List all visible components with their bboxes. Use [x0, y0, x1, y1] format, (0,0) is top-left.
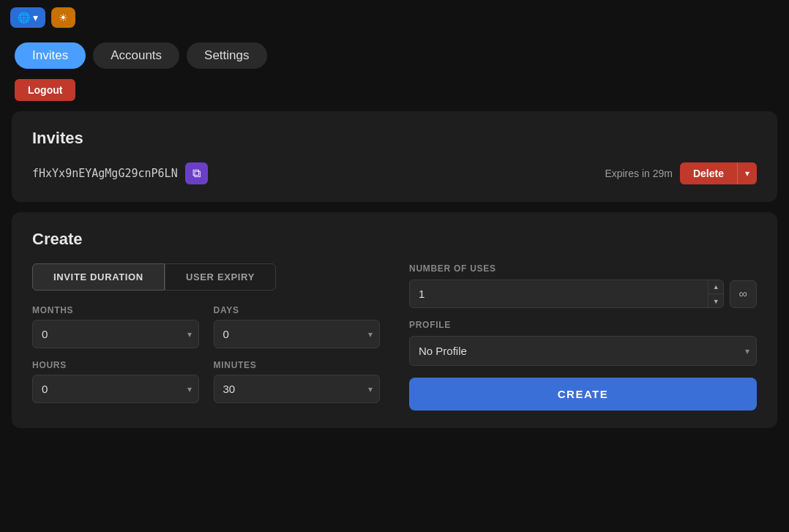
stepper-down-button[interactable]: ▼ — [708, 294, 724, 308]
minutes-select[interactable]: 30 — [214, 375, 381, 403]
delete-chevron-button[interactable]: ▾ — [737, 162, 757, 184]
months-select[interactable]: 0 — [32, 320, 199, 348]
profile-select[interactable]: No Profile — [409, 336, 757, 366]
expires-text: Expires in 29m — [605, 168, 673, 179]
invite-duration-tab[interactable]: INVITE DURATION — [32, 263, 165, 291]
days-label: DAYS — [214, 305, 381, 315]
hours-select-wrapper: 0 ▾ — [32, 375, 199, 403]
stepper-buttons: ▲ ▼ — [708, 280, 724, 308]
profile-select-wrapper: No Profile ▾ — [409, 336, 757, 366]
number-input-wrapper: ▲ ▼ — [409, 280, 724, 308]
main-content: Invites fHxYx9nEYAgMgG29cnP6LN ⧉ Expires… — [0, 111, 789, 428]
profile-section: PROFILE No Profile ▾ — [409, 320, 757, 366]
hours-field: HOURS 0 ▾ — [32, 360, 199, 403]
invite-code: fHxYx9nEYAgMgG29cnP6LN — [32, 167, 178, 180]
down-arrow-icon: ▼ — [713, 298, 719, 305]
months-label: MONTHS — [32, 305, 199, 315]
minutes-label: MINUTES — [214, 360, 381, 370]
delete-group: Delete ▾ — [680, 162, 757, 184]
top-bar: 🌐 ▾ ☀ — [0, 0, 789, 35]
tab-settings[interactable]: Settings — [187, 42, 266, 69]
hours-label: HOURS — [32, 360, 199, 370]
months-field: MONTHS 0 ▾ — [32, 305, 199, 348]
infinity-button[interactable]: ∞ — [730, 280, 757, 308]
user-expiry-tab[interactable]: USER EXPIRY — [165, 263, 276, 291]
chevron-down-icon: ▾ — [745, 168, 749, 179]
create-button[interactable]: CREATE — [409, 378, 757, 411]
number-of-uses-input[interactable] — [409, 280, 724, 308]
profile-label: PROFILE — [409, 320, 757, 330]
copy-icon: ⧉ — [192, 167, 201, 180]
days-select-wrapper: 0 ▾ — [214, 320, 381, 348]
logout-button[interactable]: Logout — [15, 79, 75, 101]
create-right: NUMBER OF USES ▲ ▼ — [409, 263, 757, 411]
number-uses-row: ▲ ▼ ∞ — [409, 280, 757, 308]
globe-icon: 🌐 — [18, 12, 30, 23]
invites-card: Invites fHxYx9nEYAgMgG29cnP6LN ⧉ Expires… — [12, 111, 777, 202]
months-select-wrapper: 0 ▾ — [32, 320, 199, 348]
nav-tabs: Invites Accounts Settings — [0, 35, 789, 73]
duration-tabs: INVITE DURATION USER EXPIRY — [32, 263, 380, 291]
hours-select[interactable]: 0 — [32, 375, 199, 403]
days-field: DAYS 0 ▾ — [214, 305, 381, 348]
globe-language-button[interactable]: 🌐 ▾ — [10, 7, 45, 28]
chevron-down-icon: ▾ — [33, 12, 38, 23]
invite-actions: Expires in 29m Delete ▾ — [605, 162, 757, 184]
delete-button[interactable]: Delete — [680, 162, 737, 184]
create-card: Create INVITE DURATION USER EXPIRY MONTH… — [12, 212, 777, 428]
days-select[interactable]: 0 — [214, 320, 381, 348]
invite-code-area: fHxYx9nEYAgMgG29cnP6LN ⧉ — [32, 162, 208, 184]
number-of-uses-section: NUMBER OF USES ▲ ▼ — [409, 263, 757, 308]
invites-title: Invites — [32, 129, 757, 148]
invite-row: fHxYx9nEYAgMgG29cnP6LN ⧉ Expires in 29m … — [32, 162, 757, 184]
tab-accounts[interactable]: Accounts — [93, 42, 179, 69]
sun-icon: ☀ — [59, 12, 68, 23]
minutes-select-wrapper: 30 ▾ — [214, 375, 381, 403]
copy-invite-button[interactable]: ⧉ — [185, 162, 208, 184]
up-arrow-icon: ▲ — [713, 283, 719, 291]
create-inner: INVITE DURATION USER EXPIRY MONTHS 0 ▾ — [32, 263, 757, 411]
logout-area: Logout — [0, 73, 789, 111]
theme-toggle-button[interactable]: ☀ — [51, 7, 75, 28]
create-title: Create — [32, 230, 757, 249]
infinity-icon: ∞ — [739, 288, 747, 300]
stepper-up-button[interactable]: ▲ — [708, 280, 724, 294]
create-left: INVITE DURATION USER EXPIRY MONTHS 0 ▾ — [32, 263, 380, 411]
number-of-uses-label: NUMBER OF USES — [409, 263, 757, 274]
duration-grid: MONTHS 0 ▾ DAYS 0 — [32, 305, 380, 403]
tab-invites[interactable]: Invites — [15, 42, 86, 69]
minutes-field: MINUTES 30 ▾ — [214, 360, 381, 403]
